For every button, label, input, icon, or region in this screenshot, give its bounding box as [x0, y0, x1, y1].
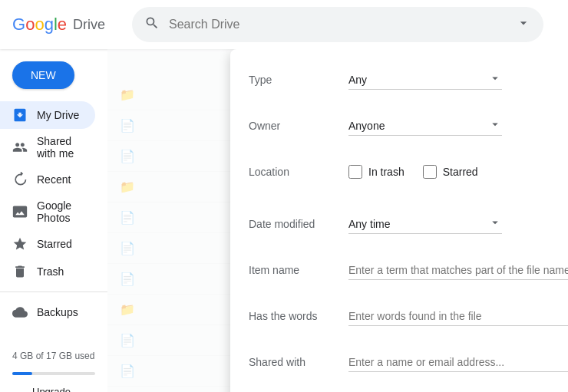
starred-checkbox-label[interactable]: Starred [423, 165, 478, 179]
type-select[interactable]: Any Documents Spreadsheets Presentations… [348, 71, 502, 90]
search-bar[interactable] [132, 7, 543, 42]
item-name-control [348, 261, 568, 280]
shared-with-input[interactable] [348, 353, 568, 372]
has-the-words-input[interactable] [348, 307, 568, 326]
type-row: Type Any Documents Spreadsheets Presenta… [249, 64, 568, 95]
drive-logo-text: Drive [73, 17, 105, 33]
upgrade-label: Upgrade storage [32, 386, 83, 392]
location-row: Location In trash Starred [249, 156, 568, 187]
in-trash-label: In trash [368, 166, 405, 178]
location-label: Location [249, 166, 348, 178]
sidebar-item-my-drive[interactable]: My Drive [0, 101, 95, 129]
sidebar-item-trash[interactable]: Trash [0, 258, 95, 285]
date-modified-label: Date modified [249, 218, 348, 230]
item-name-row: Item name [249, 255, 568, 285]
date-modified-row: Date modified Any time Today Last 7 days… [249, 209, 568, 239]
sidebar-item-label: Trash [37, 265, 64, 278]
new-button-area: NEW [0, 55, 107, 101]
header: Google Drive [0, 0, 568, 49]
item-name-label: Item name [249, 264, 348, 276]
trash-icon [12, 264, 28, 279]
advanced-search-dialog: × Type Any Documents Spreadsheets Presen… [230, 49, 568, 392]
sidebar: NEW My Drive Shared with me Recent Googl… [0, 49, 107, 392]
shared-with-row: Shared with [249, 347, 568, 377]
new-button[interactable]: NEW [12, 61, 74, 89]
type-label: Type [249, 74, 348, 86]
owner-label: Owner [249, 120, 348, 132]
sidebar-item-label: Backups [37, 306, 78, 318]
star-icon [12, 236, 28, 252]
storage-text: 4 GB of 17 GB used [0, 344, 107, 367]
dialog-body: Type Any Documents Spreadsheets Presenta… [230, 49, 568, 392]
owner-row: Owner Anyone Owned by me Not owned by me… [249, 110, 568, 141]
type-control: Any Documents Spreadsheets Presentations… [348, 71, 568, 90]
location-control: In trash Starred [348, 165, 568, 179]
drive-icon [12, 107, 28, 123]
item-name-input[interactable] [348, 261, 568, 280]
owner-select[interactable]: Anyone Owned by me Not owned by me Speci… [348, 117, 502, 136]
people-icon [12, 140, 28, 155]
sidebar-item-label: Shared with me [37, 135, 83, 160]
storage-bar-background [12, 372, 95, 375]
shared-with-label: Shared with [249, 356, 348, 368]
sidebar-item-recent[interactable]: Recent [0, 166, 95, 193]
date-modified-select-wrapper: Any time Today Last 7 days Last 30 days … [348, 215, 502, 234]
sidebar-item-label: Google Photos [37, 199, 83, 224]
owner-control: Anyone Owned by me Not owned by me Speci… [348, 117, 568, 136]
type-select-wrapper: Any Documents Spreadsheets Presentations… [348, 71, 502, 90]
google-logo: Google [12, 15, 67, 35]
storage-section: 4 GB of 17 GB used Upgrade storage [0, 344, 107, 392]
location-checkboxes: In trash Starred [348, 165, 568, 179]
shared-with-control [348, 353, 568, 372]
cloud-icon [12, 305, 28, 320]
in-trash-checkbox-label[interactable]: In trash [348, 165, 405, 179]
starred-checkbox[interactable] [423, 165, 437, 179]
logo-area: Google Drive [12, 15, 120, 35]
search-input[interactable] [169, 18, 510, 31]
starred-label: Starred [443, 166, 478, 178]
date-modified-control: Any time Today Last 7 days Last 30 days … [348, 215, 568, 234]
has-the-words-control [348, 307, 568, 326]
sidebar-item-backups[interactable]: Backups [0, 298, 95, 326]
clock-icon [12, 172, 28, 187]
owner-select-wrapper: Anyone Owned by me Not owned by me Speci… [348, 117, 502, 136]
has-the-words-label: Has the words [249, 310, 348, 322]
date-modified-select[interactable]: Any time Today Last 7 days Last 30 days … [348, 215, 502, 234]
search-icon [144, 15, 160, 34]
main-content: 📁 as 📄 kay 📄 an 📁 Jul 📄 aug 📄 kay [107, 49, 568, 392]
search-dropdown-icon[interactable] [516, 15, 531, 34]
sidebar-item-starred[interactable]: Starred [0, 230, 95, 258]
storage-bar-fill [12, 372, 32, 375]
sidebar-item-label: Starred [37, 238, 72, 250]
sidebar-item-label: My Drive [37, 109, 79, 121]
sidebar-divider [0, 292, 107, 292]
sidebar-item-label: Recent [37, 173, 71, 186]
menu-icon [12, 390, 26, 393]
sidebar-item-shared-with-me[interactable]: Shared with me [0, 129, 95, 166]
upgrade-storage-button[interactable]: Upgrade storage [0, 380, 95, 392]
has-the-words-row: Has the words [249, 301, 568, 331]
sidebar-item-google-photos[interactable]: Google Photos [0, 193, 95, 230]
in-trash-checkbox[interactable] [348, 165, 362, 179]
photos-icon [12, 204, 28, 219]
spacer [249, 203, 568, 209]
